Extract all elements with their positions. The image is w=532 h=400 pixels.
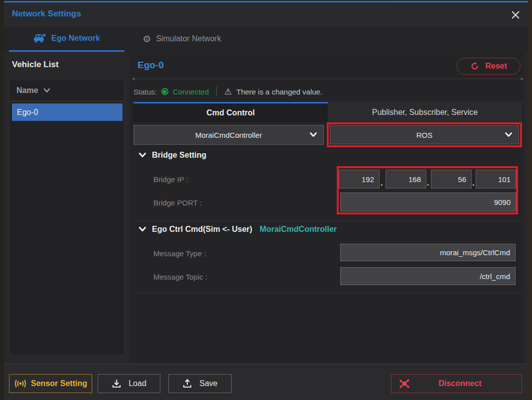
subtab-cmd-control-label: Cmd Control <box>207 108 255 117</box>
bridge-setting-header[interactable]: Bridge Setting <box>138 151 206 160</box>
network-settings-dialog: Network Settings Ego <box>4 1 528 400</box>
gear-icon: ⚙ <box>142 34 151 44</box>
header-divider <box>133 79 522 79</box>
bridge-ip-label: Bridge IP : <box>153 175 188 184</box>
message-topic-label: Message Topic : <box>153 273 207 281</box>
disconnect-network-icon <box>399 378 410 389</box>
save-icon <box>182 379 192 389</box>
warning-triangle-icon: ⚠ <box>224 87 232 97</box>
vehicle-list-sidebar: Vehicle List Name Ego-0 <box>4 52 130 364</box>
warning-text: There is a changed value. <box>237 88 323 96</box>
dialog-footer: Sensor Setting Load Save <box>4 364 528 400</box>
network-type-value: ROS <box>416 131 433 139</box>
load-label: Load <box>129 379 146 388</box>
dialog-content: Vehicle List Name Ego-0 Ego-0 <box>4 52 528 364</box>
reset-button[interactable]: Reset <box>457 58 521 75</box>
bridge-port-input[interactable]: 9090 <box>340 193 516 211</box>
cmd-controller-dropdown[interactable]: MoraiCmdController <box>133 125 324 145</box>
vehicle-list-title: Vehicle List <box>12 60 59 70</box>
load-icon <box>112 379 122 389</box>
section-divider <box>133 293 522 293</box>
load-button[interactable]: Load <box>98 374 160 393</box>
save-label: Save <box>199 379 217 388</box>
ego-settings-panel: Ego-0 Reset Status: Connected ⚠ There is <box>130 52 524 364</box>
tab-simulator-network[interactable]: ⚙ Simulator Network <box>125 26 239 52</box>
reset-label: Reset <box>485 62 507 71</box>
status-value: Connected <box>173 88 209 96</box>
cmd-controller-value: MoraiCmdController <box>195 131 262 139</box>
subtab-publisher-subscriber-service[interactable]: Publisher, Subscriber, Service <box>328 102 522 122</box>
tab-ego-label: Ego Network <box>51 34 100 43</box>
selected-vehicle-title: Ego-0 <box>137 60 164 71</box>
ego-ctrl-cmd-title: Ego Ctrl Cmd(Sim <- User) <box>152 225 252 234</box>
bridge-ip-octet-3[interactable]: 56 <box>431 170 472 189</box>
dialog-titlebar: Network Settings <box>4 2 528 26</box>
subtab-cmd-control[interactable]: Cmd Control <box>133 102 328 122</box>
broadcast-icon <box>14 379 27 388</box>
bridge-port-label: Bridge PORT : <box>153 199 202 207</box>
ip-dot: . <box>427 179 429 188</box>
desktop-background: Network Settings Ego <box>0 0 532 400</box>
message-type-input[interactable]: morai_msgs/CtrlCmd <box>340 244 516 261</box>
section-chevron-down-icon <box>138 226 146 232</box>
vehicle-list-name-header[interactable]: Name <box>9 80 124 101</box>
dialog-title: Network Settings <box>12 9 81 19</box>
ego-ctrl-cmd-header[interactable]: Ego Ctrl Cmd(Sim <- User) MoraiCmdContro… <box>138 225 337 234</box>
vehicle-list-item-ego0[interactable]: Ego-0 <box>12 103 123 121</box>
status-connected-icon <box>161 88 168 95</box>
bridge-ip-octet-1[interactable]: 192 <box>339 170 380 189</box>
subtab-pss-label: Publisher, Subscriber, Service <box>372 108 478 117</box>
sensor-setting-button[interactable]: Sensor Setting <box>9 374 92 393</box>
tab-simulator-label: Simulator Network <box>156 34 221 43</box>
close-button[interactable] <box>509 8 522 21</box>
disconnect-label: Disconnect <box>417 379 503 388</box>
vehicle-list-panel: Name Ego-0 <box>9 80 125 355</box>
chevron-down-icon <box>505 132 513 138</box>
bridge-ip-octet-4[interactable]: 101 <box>476 170 516 189</box>
name-column-label: Name <box>16 86 38 95</box>
sensor-setting-label: Sensor Setting <box>31 379 87 388</box>
message-type-label: Message Type : <box>153 249 206 258</box>
section-chevron-down-icon <box>138 152 146 158</box>
close-icon <box>511 10 521 20</box>
vehicle-name: Ego-0 <box>17 108 38 117</box>
disconnect-button[interactable]: Disconnect <box>391 374 522 393</box>
save-button[interactable]: Save <box>168 374 232 393</box>
ego-ctrl-controller-name: MoraiCmdController <box>260 225 337 234</box>
bridge-setting-title: Bridge Setting <box>152 151 206 160</box>
reset-icon <box>470 62 479 71</box>
car-icon <box>33 33 46 43</box>
status-label: Status: <box>133 88 157 96</box>
section-divider <box>133 221 522 221</box>
chevron-down-icon <box>309 132 317 138</box>
network-tabbar: Ego Network ⚙ Simulator Network <box>4 26 528 52</box>
bridge-ip-octet-2[interactable]: 168 <box>386 170 426 189</box>
status-separator <box>216 87 217 97</box>
status-row: Status: Connected ⚠ There is a changed v… <box>133 84 322 100</box>
message-topic-input[interactable]: /ctrl_cmd <box>340 267 516 285</box>
chevron-down-icon <box>43 88 50 93</box>
ip-dot: . <box>381 179 383 188</box>
tab-ego-network[interactable]: Ego Network <box>9 26 125 52</box>
ip-dot: . <box>472 179 474 188</box>
network-type-dropdown[interactable]: ROS <box>330 125 519 144</box>
